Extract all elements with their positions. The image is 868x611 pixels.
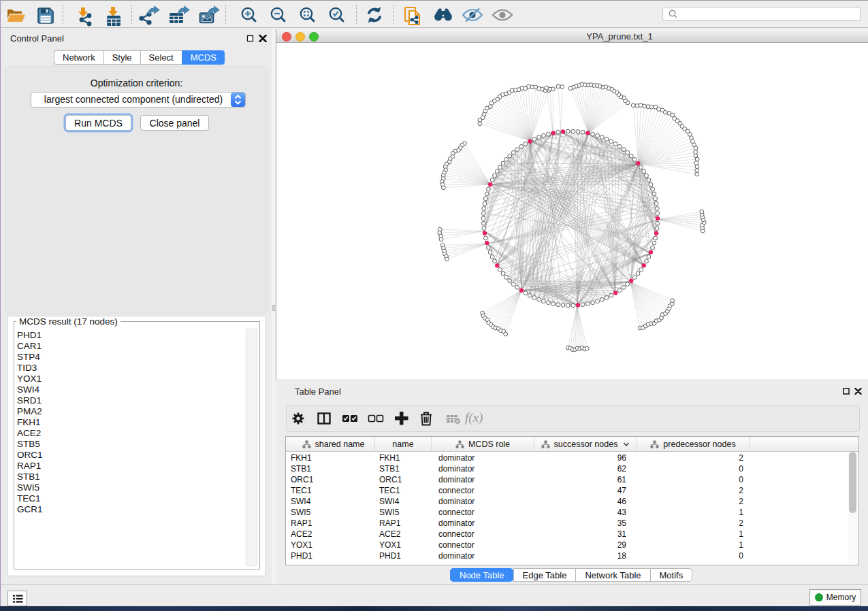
svg-text:f(x): f(x): [465, 411, 483, 425]
